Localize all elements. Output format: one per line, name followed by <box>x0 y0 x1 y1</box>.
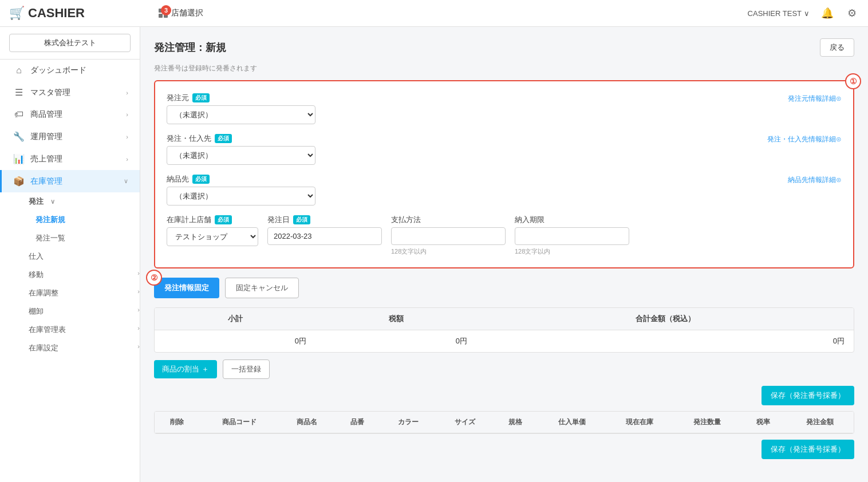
sidebar-item-inventory[interactable]: 📦 在庫管理 ∨ <box>0 170 140 192</box>
subtotal-value: 0円 <box>155 330 315 353</box>
chevron-right-icon: › <box>126 156 128 163</box>
form-section: ① 発注元 必須 （未選択） 発注元情報詳細⊙ <box>154 80 854 268</box>
save-button-bottom[interactable]: 保存（発注番号採番） <box>762 440 854 459</box>
required-badge: 必須 <box>293 215 310 224</box>
due-date-input[interactable] <box>515 227 629 245</box>
col-color: カラー <box>380 412 436 433</box>
chevron-right-icon: › <box>126 133 128 140</box>
user-info[interactable]: CASHIER TEST ∨ <box>748 9 810 18</box>
subtotal-header: 小計 <box>155 308 315 330</box>
sidebar-item-disposal[interactable]: 棚卸› <box>29 302 140 321</box>
payment-hint: 128文字以内 <box>391 247 506 256</box>
header-right: CASHIER TEST ∨ 🔔 ⚙ <box>748 5 859 22</box>
store-field: 在庫計上店舗 必須 テストショップ <box>167 215 258 246</box>
header-center: 3 店舗選択 <box>149 8 748 18</box>
due-date-hint: 128文字以内 <box>515 247 629 256</box>
sidebar-item-label: 運用管理 <box>30 132 62 142</box>
sidebar-item-order-new[interactable]: 発注新規 <box>35 211 140 229</box>
sidebar-item-label: ダッシュボード <box>30 65 86 76</box>
store-badge: 3 <box>161 5 171 15</box>
sidebar: 株式会社テスト ⌂ ダッシュボード ☰ マスタ管理 › 🏷 商品管理 › 🔧 運… <box>0 27 140 482</box>
page-title: 発注管理：新規 <box>154 41 226 54</box>
order-to-label: 発注・仕入先 必須 <box>167 133 315 144</box>
notification-icon[interactable]: 🔔 <box>819 5 836 22</box>
required-badge: 必須 <box>215 215 232 224</box>
sidebar-item-purchase[interactable]: 仕入 <box>29 247 140 266</box>
due-date-field: 納入期限 128文字以内 <box>515 215 629 256</box>
bulk-register-button[interactable]: 一括登録 <box>223 359 270 379</box>
col-unit-price: 仕入単価 <box>538 412 606 433</box>
sidebar-item-label: 商品管理 <box>30 109 62 120</box>
inventory-submenu: 発注 ∨ 発注新規 発注一覧 仕入 移動› 在庫調整› 棚卸› 在庫管理表› 在… <box>0 192 140 357</box>
delivery-label: 納品先 必須 <box>167 174 315 184</box>
store-selector[interactable]: 3 店舗選択 <box>159 8 203 18</box>
store-selector-label: 店舗選択 <box>171 8 203 18</box>
action-row: ② 発注情報固定 固定キャンセル <box>154 278 854 298</box>
store-label: 在庫計上店舗 必須 <box>167 215 258 225</box>
sidebar-item-adjustment[interactable]: 在庫調整› <box>29 284 140 302</box>
order-to-select[interactable]: （未選択） <box>167 146 315 165</box>
chart-icon: 📊 <box>13 153 25 164</box>
chevron-right-icon: › <box>126 89 128 96</box>
col-item-number: 品番 <box>335 412 380 433</box>
order-to-detail-link[interactable]: 発注・仕入先情報詳細⊙ <box>767 135 842 144</box>
sidebar-item-product[interactable]: 🏷 商品管理 › <box>0 104 140 125</box>
tag-icon: 🏷 <box>13 109 25 120</box>
order-from-label: 発注元 必須 <box>167 93 315 103</box>
order-to-group: 発注・仕入先 必須 （未選択） 発注・仕入先情報詳細⊙ <box>167 133 842 165</box>
col-stock: 現在在庫 <box>606 412 673 433</box>
chevron-down-icon: ∨ <box>804 9 810 18</box>
fix-order-button[interactable]: 発注情報固定 <box>154 278 219 298</box>
circle-2: ② <box>146 270 162 286</box>
order-from-group: 発注元 必須 （未選択） 発注元情報詳細⊙ <box>167 93 842 124</box>
order-date-field: 発注日 必須 <box>267 215 382 245</box>
sidebar-nav: ⌂ ダッシュボード ☰ マスタ管理 › 🏷 商品管理 › 🔧 運用管理 › 📊 … <box>0 60 140 482</box>
order-from-select[interactable]: （未選択） <box>167 105 315 124</box>
settings-icon[interactable]: ⚙ <box>845 5 859 22</box>
company-button[interactable]: 株式会社テスト <box>9 34 131 52</box>
layout: 株式会社テスト ⌂ ダッシュボード ☰ マスタ管理 › 🏷 商品管理 › 🔧 運… <box>0 27 868 482</box>
logo-text: CASHIER <box>28 6 85 21</box>
back-button[interactable]: 戻る <box>820 38 854 57</box>
cancel-fix-button[interactable]: 固定キャンセル <box>225 278 299 298</box>
sidebar-item-order-list[interactable]: 発注一覧 <box>35 229 140 247</box>
payment-input[interactable] <box>391 227 506 245</box>
col-size: サイズ <box>436 412 492 433</box>
col-tax-rate: 税率 <box>741 412 786 433</box>
order-date-input[interactable] <box>267 227 382 245</box>
logo: 🛒 CASHIER <box>9 6 149 21</box>
sidebar-item-report[interactable]: 在庫管理表› <box>29 321 140 339</box>
sidebar-item-order[interactable]: 発注 ∨ <box>29 192 140 211</box>
sidebar-item-label: 売上管理 <box>30 154 62 164</box>
order-date-label: 発注日 必須 <box>267 215 382 225</box>
sidebar-item-transfer[interactable]: 移動› <box>29 266 140 284</box>
delivery-select[interactable]: （未選択） <box>167 187 315 206</box>
delivery-group: 納品先 必須 （未選択） 納品先情報詳細⊙ <box>167 174 842 206</box>
save-bottom-row: 保存（発注番号採番） <box>154 440 854 459</box>
save-top-row: 保存（発注番号採番） <box>154 386 854 405</box>
order-from-detail-link[interactable]: 発注元情報詳細⊙ <box>788 94 842 104</box>
home-icon: ⌂ <box>13 65 25 76</box>
sidebar-item-label: 在庫管理 <box>30 176 62 187</box>
four-col-row: 在庫計上店舗 必須 テストショップ 発注日 必須 <box>167 215 842 256</box>
total-value: 0円 <box>476 330 854 353</box>
col-spec: 規格 <box>493 412 538 433</box>
col-delete: 削除 <box>155 412 200 433</box>
col-name: 商品名 <box>279 412 335 433</box>
save-button-top[interactable]: 保存（発注番号採番） <box>762 386 854 405</box>
circle-1: ① <box>845 73 861 89</box>
sidebar-item-sales[interactable]: 📊 売上管理 › <box>0 148 140 170</box>
store-select[interactable]: テストショップ <box>167 227 258 246</box>
box-icon: 📦 <box>13 176 25 187</box>
order-from-field: 発注元 必須 （未選択） <box>167 93 315 124</box>
add-product-button[interactable]: 商品の割当 ＋ <box>154 360 217 378</box>
sidebar-company: 株式会社テスト <box>0 27 140 60</box>
sidebar-item-operations[interactable]: 🔧 運用管理 › <box>0 125 140 148</box>
delivery-field: 納品先 必須 （未選択） <box>167 174 315 206</box>
required-badge: 必須 <box>192 93 210 102</box>
sidebar-item-inv-settings[interactable]: 在庫設定› <box>29 339 140 357</box>
delivery-detail-link[interactable]: 納品先情報詳細⊙ <box>788 175 842 185</box>
sidebar-item-master[interactable]: ☰ マスタ管理 › <box>0 81 140 104</box>
grid-icon-wrap: 3 <box>159 9 168 18</box>
sidebar-item-dashboard[interactable]: ⌂ ダッシュボード <box>0 60 140 81</box>
